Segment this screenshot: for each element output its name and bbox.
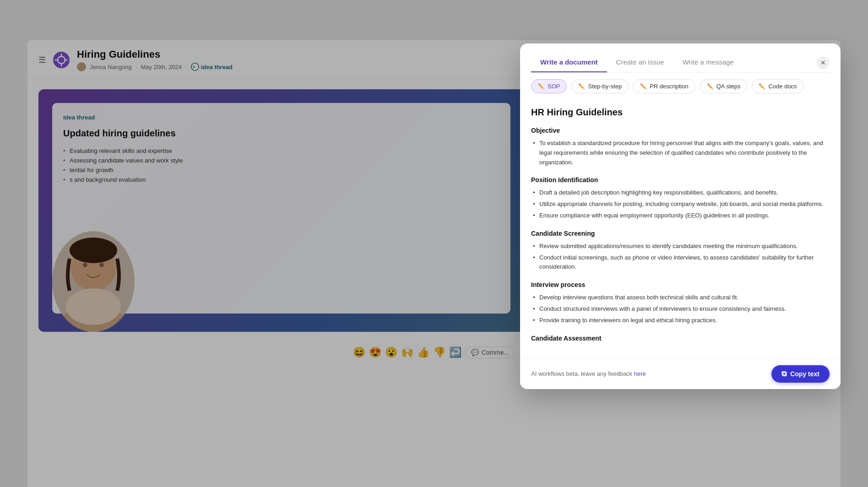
list-item: Conduct initial screenings, such as phon… <box>531 253 830 272</box>
modal-overlay: Write a document Create an issue Write a… <box>0 0 868 487</box>
subtab-step-by-step[interactable]: ✏️ Step-by-step <box>571 79 629 93</box>
ai-modal: Write a document Create an issue Write a… <box>520 43 841 389</box>
section-heading-objective: Objective <box>531 127 830 134</box>
list-item: Review submitted applications/resumes to… <box>531 242 830 251</box>
modal-tabs: Write a document Create an issue Write a… <box>531 53 817 72</box>
modal-subtabs: ✏️ SOP ✏️ Step-by-step ✏️ PR description… <box>520 73 841 100</box>
subtab-sop[interactable]: ✏️ SOP <box>531 79 567 93</box>
section-heading-screening: Candidate Screening <box>531 230 830 237</box>
modal-body: HR Hiring Guidelines Objective To establ… <box>520 100 841 358</box>
copy-text-button[interactable]: ⧉ Copy text <box>771 365 830 383</box>
pen-icon-5: ✏️ <box>759 83 765 90</box>
section-objective: Objective To establish a standardized pr… <box>531 127 830 167</box>
section-assessment: Candidate Assessment <box>531 335 830 342</box>
feedback-link[interactable]: here <box>634 370 646 377</box>
document-title: HR Hiring Guidelines <box>531 107 830 118</box>
modal-header: Write a document Create an issue Write a… <box>520 43 841 72</box>
copy-icon: ⧉ <box>781 370 787 378</box>
subtab-qa-steps[interactable]: ✏️ QA steps <box>700 79 748 93</box>
list-item: Ensure compliance with equal employment … <box>531 211 830 221</box>
section-position: Position Identification Draft a detailed… <box>531 176 830 220</box>
list-item: Utilize appropriate channels for posting… <box>531 200 830 209</box>
tab-write-document[interactable]: Write a document <box>531 53 607 72</box>
section-heading-assessment: Candidate Assessment <box>531 335 830 342</box>
feedback-text: AI workflows beta, leave any feedback he… <box>531 370 646 377</box>
modal-close-button[interactable]: ✕ <box>817 56 830 69</box>
section-heading-interview: Interview process <box>531 281 830 288</box>
subtab-code-docs[interactable]: ✏️ Code docs <box>752 79 803 93</box>
tab-write-message[interactable]: Write a message <box>673 53 743 72</box>
list-item: Conduct structured interviews with a pan… <box>531 304 830 314</box>
pen-icon-4: ✏️ <box>707 83 714 90</box>
pen-icon-2: ✏️ <box>578 83 585 90</box>
list-item: Develop interview questions that assess … <box>531 293 830 303</box>
list-item: Provide training to interviewers on lega… <box>531 316 830 325</box>
section-screening: Candidate Screening Review submitted app… <box>531 230 830 272</box>
tab-create-issue[interactable]: Create an issue <box>607 53 673 72</box>
pen-icon-3: ✏️ <box>640 83 647 90</box>
pen-icon: ✏️ <box>538 83 545 90</box>
modal-footer: AI workflows beta, leave any feedback he… <box>520 358 841 389</box>
subtab-pr-description[interactable]: ✏️ PR description <box>633 79 695 93</box>
section-interview: Interview process Develop interview ques… <box>531 281 830 325</box>
list-item: Draft a detailed job description highlig… <box>531 188 830 198</box>
section-heading-position: Position Identification <box>531 176 830 184</box>
list-item: To establish a standardized procedure fo… <box>531 139 830 167</box>
